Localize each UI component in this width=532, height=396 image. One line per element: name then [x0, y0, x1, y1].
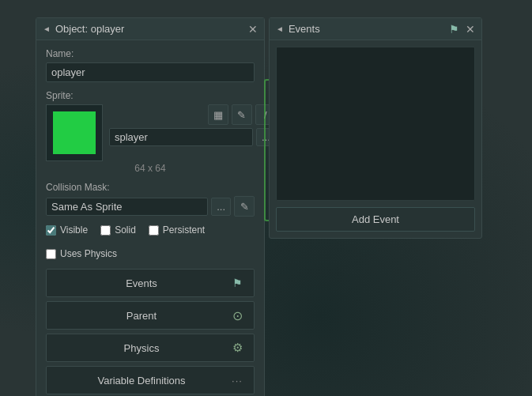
object-panel-title: Object: oplayer	[55, 23, 124, 35]
sprite-edit-button[interactable]: ✎	[232, 104, 252, 125]
sprite-row: ▦ ✎ / ...	[46, 104, 255, 161]
events-collapse-arrow-icon[interactable]: ◄	[276, 25, 284, 33]
add-event-button[interactable]: Add Event	[276, 207, 475, 232]
object-panel: ◄ Object: oplayer ✕ Name: Sprite: ▦	[36, 17, 265, 396]
events-button[interactable]: Events	[46, 269, 255, 297]
parent-button-label: Parent	[55, 310, 228, 322]
browse-icon: ▦	[213, 109, 223, 121]
sprite-name-input[interactable]	[109, 128, 253, 146]
collision-dots-button[interactable]: ...	[211, 198, 231, 216]
physics-gear-icon	[228, 339, 246, 356]
uses-physics-label: Uses Physics	[60, 248, 117, 259]
sprite-size-label: 64 x 64	[46, 163, 255, 174]
events-flag-icon	[449, 23, 459, 36]
sprite-controls: ▦ ✎ / ...	[109, 104, 276, 146]
bottom-buttons: Events Parent ⊙ Physics Variable Definit…	[46, 269, 255, 394]
sprite-name-row: ...	[109, 128, 276, 146]
sprite-thumbnail	[53, 111, 96, 154]
events-flag-icon	[228, 274, 246, 292]
mask-edit-icon: ✎	[240, 201, 249, 213]
edit-icon: ✎	[237, 109, 246, 121]
solid-checkbox-item: Solid	[100, 224, 136, 236]
physics-button[interactable]: Physics	[46, 334, 255, 362]
visible-label: Visible	[60, 224, 88, 236]
sprite-icons-row: ▦ ✎ /	[109, 104, 276, 125]
sprite-preview	[46, 104, 103, 161]
object-panel-titlebar: ◄ Object: oplayer ✕	[36, 18, 264, 40]
parent-icon: ⊙	[228, 307, 246, 324]
uses-physics-checkbox[interactable]	[46, 249, 56, 259]
parent-button[interactable]: Parent ⊙	[46, 301, 255, 330]
visible-checkbox[interactable]	[46, 225, 56, 236]
events-panel-title: Events	[289, 23, 320, 35]
events-panel: ◄ Events ✕ Add Event	[269, 17, 482, 239]
variable-definitions-button[interactable]: Variable Definitions ···	[46, 366, 255, 394]
variable-definitions-icon: ···	[228, 371, 246, 389]
persistent-checkbox[interactable]	[149, 225, 159, 236]
collision-section: Collision Mask: ... ✎	[46, 182, 255, 217]
collision-mask-label: Collision Mask:	[46, 182, 255, 193]
titlebar-left: ◄ Object: oplayer	[43, 23, 124, 35]
visible-checkbox-item: Visible	[46, 224, 88, 236]
events-titlebar-left: ◄ Events	[276, 23, 320, 35]
name-label: Name:	[46, 48, 255, 59]
events-panel-titlebar: ◄ Events ✕	[270, 18, 481, 40]
solid-checkbox[interactable]	[100, 225, 111, 236]
collision-edit-button[interactable]: ✎	[234, 196, 255, 217]
variable-definitions-button-label: Variable Definitions	[55, 375, 228, 387]
sprite-browse-button[interactable]: ▦	[208, 104, 228, 125]
solid-label: Solid	[115, 224, 136, 236]
events-body: Add Event	[270, 40, 481, 238]
name-input[interactable]	[46, 62, 255, 82]
sprite-label: Sprite:	[46, 90, 255, 101]
events-titlebar-right: ✕	[449, 23, 475, 36]
object-panel-body: Name: Sprite: ▦ ✎ /	[36, 40, 264, 396]
collapse-arrow-icon[interactable]: ◄	[43, 25, 51, 33]
events-panel-close-button[interactable]: ✕	[466, 24, 475, 35]
persistent-label: Persistent	[163, 224, 205, 236]
persistent-checkbox-item: Persistent	[149, 224, 205, 236]
sprite-section: Sprite: ▦ ✎ /	[46, 90, 255, 174]
events-button-label: Events	[55, 277, 228, 289]
object-panel-close-button[interactable]: ✕	[248, 24, 258, 35]
uses-physics-checkbox-item: Uses Physics	[46, 248, 117, 259]
events-list-area	[276, 47, 475, 201]
checkboxes-row: Visible Solid Persistent Uses Physics	[46, 224, 255, 259]
physics-button-label: Physics	[55, 342, 228, 354]
collision-row: ... ✎	[46, 196, 255, 217]
collision-mask-input[interactable]	[46, 198, 208, 216]
